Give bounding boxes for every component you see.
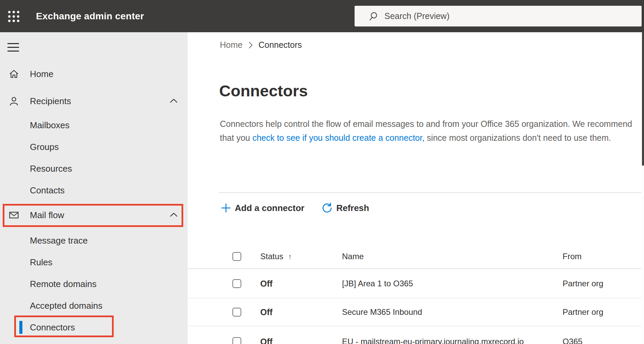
sidebar-item-label: Groups [30,142,59,152]
column-header-status[interactable]: Status↑ [260,252,292,261]
row-checkbox[interactable] [232,308,241,317]
breadcrumb-current: Connectors [259,40,302,50]
sidebar-item-mail-flow[interactable]: Mail flow [0,204,188,226]
row-checkbox[interactable] [232,337,241,344]
cell-from: Partner org [563,307,603,317]
scrollbar-thumb[interactable] [642,32,644,166]
search-input[interactable] [384,6,622,26]
chevron-right-icon [248,41,253,49]
toolbar-divider [219,192,641,193]
home-icon [8,69,19,79]
breadcrumb: Home Connectors [220,40,302,50]
nav-collapse-button[interactable] [7,41,21,53]
left-navigation: Home Recipients Mailboxes Groups Resourc… [0,32,188,344]
add-connector-button[interactable]: Add a connector [221,203,304,213]
sidebar-item-connectors[interactable]: Connectors [0,317,188,338]
mail-icon [8,210,19,221]
sidebar-item-rules[interactable]: Rules [0,251,188,273]
select-all-checkbox[interactable] [232,252,241,261]
sidebar-item-mailboxes[interactable]: Mailboxes [0,114,188,136]
sidebar-item-label: Home [30,69,53,79]
refresh-label: Refresh [336,203,369,213]
page-title: Connectors [219,81,308,100]
sidebar-item-groups[interactable]: Groups [0,136,188,158]
sidebar-item-home[interactable]: Home [0,63,188,85]
sidebar-item-accepted-domains[interactable]: Accepted domains [0,295,188,317]
top-app-bar: Exchange admin center [0,0,644,32]
command-bar: Add a connector Refresh [221,199,369,217]
sidebar-item-label: Resources [30,164,72,174]
main-content: Home Connectors Connectors Connectors he… [188,32,644,344]
nav-list: Home Recipients Mailboxes Groups Resourc… [0,63,188,338]
sidebar-item-label: Rules [30,257,52,268]
cell-status: Off [260,337,272,344]
sort-ascending-icon: ↑ [288,252,292,261]
cell-name: EU - mailstream-eu-primary.journaling.mx… [342,337,524,344]
sidebar-item-message-trace[interactable]: Message trace [0,230,188,251]
sidebar-item-label: Message trace [30,235,88,246]
column-header-from[interactable]: From [563,252,582,261]
global-search [355,6,642,26]
sidebar-item-label: Contacts [30,185,65,196]
search-icon [370,12,379,21]
vertical-scrollbar [642,32,644,344]
sidebar-item-label: Remote domains [30,279,97,289]
sidebar-item-label: Mail flow [30,210,64,221]
sidebar-item-label: Accepted domains [30,301,102,311]
column-header-name[interactable]: Name [342,252,364,261]
cell-status: Off [260,279,272,288]
app-launcher-button[interactable] [5,8,22,25]
add-connector-label: Add a connector [235,203,304,213]
table-header-row: Status↑ Name From [188,244,641,269]
table-row[interactable]: Off EU - mailstream-eu-primary.journalin… [188,326,641,344]
chevron-up-icon[interactable] [170,98,178,103]
chevron-up-icon[interactable] [170,212,178,217]
waffle-grid-icon [8,11,19,22]
sidebar-item-label: Connectors [30,322,75,333]
refresh-button[interactable]: Refresh [321,202,369,214]
sidebar-item-label: Mailboxes [30,120,70,131]
table-row[interactable]: Off Secure M365 Inbound Partner org [188,299,641,326]
create-connector-check-link[interactable]: check to see if you should create a conn… [252,133,424,142]
selected-indicator [19,321,22,334]
row-checkbox[interactable] [232,279,241,288]
cell-from: O365 [563,337,583,344]
cell-status: Off [260,307,272,317]
refresh-icon [321,202,333,214]
cell-name: Secure M365 Inbound [342,307,422,317]
sidebar-item-remote-domains[interactable]: Remote domains [0,273,188,295]
table-row[interactable]: Off [JB] Area 1 to O365 Partner org [188,269,641,299]
person-icon [8,96,19,107]
page-description: Connectors help control the flow of emai… [220,117,632,145]
plus-icon [221,203,231,213]
app-title: Exchange admin center [36,0,144,32]
description-text: since most organizations don't need to u… [424,133,611,142]
breadcrumb-home-link[interactable]: Home [220,40,243,50]
sidebar-item-contacts[interactable]: Contacts [0,179,188,201]
sidebar-item-recipients[interactable]: Recipients [0,90,188,112]
cell-name: [JB] Area 1 to O365 [342,279,413,288]
sidebar-item-label: Recipients [30,96,71,107]
sidebar-item-resources[interactable]: Resources [0,158,188,179]
cell-from: Partner org [563,279,603,288]
